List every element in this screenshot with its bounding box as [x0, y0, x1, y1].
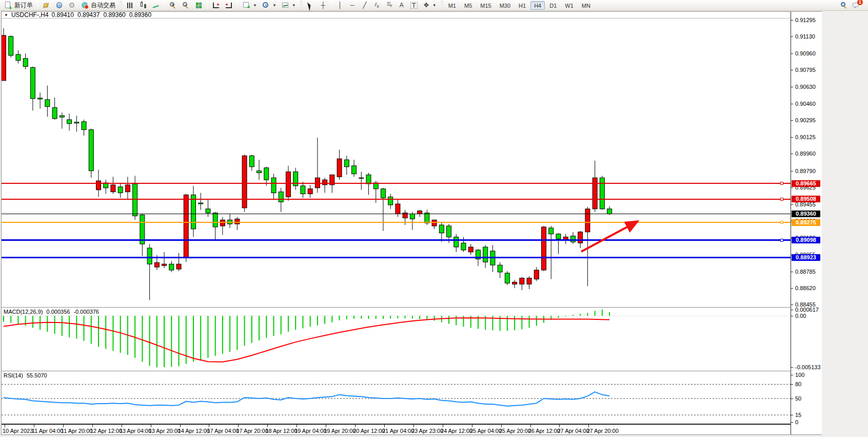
deposit-button[interactable] [40, 1, 53, 10]
price-tick [791, 120, 793, 121]
chevron-down-icon: ▼ [272, 3, 277, 8]
auto-scroll-button[interactable] [210, 1, 223, 10]
price-level-chip: 0.89098 [792, 237, 820, 243]
signals-button[interactable] [66, 1, 78, 10]
accounts-button[interactable] [53, 1, 66, 10]
new-order-button[interactable]: + 新订单 [2, 1, 35, 10]
rsi-layer [2, 372, 791, 423]
price-tick [791, 204, 793, 205]
tf-button-W1[interactable]: W1 [561, 1, 577, 10]
price-tick [791, 272, 793, 272]
vline-tool-button[interactable]: │ [334, 1, 346, 10]
time-tick [355, 425, 356, 427]
price-tick-label: 0.89790 [795, 168, 816, 174]
chart-ohlc-readout: 0.89410 0.89437 0.89360 0.89360 [52, 11, 152, 18]
chevron-down-icon: ▼ [253, 3, 257, 8]
price-tick-label: 0.88785 [795, 269, 816, 275]
tf-button-M1[interactable]: M1 [445, 1, 460, 10]
time-tick-label: 25 Apr 04:00 [470, 428, 502, 434]
toolbar-grip [300, 1, 303, 9]
profile-icon [55, 2, 63, 9]
time-tick-label: 11 Apr 20:00 [61, 428, 93, 434]
time-tick-label: 14 Apr 12:00 [178, 428, 210, 434]
zoom-in-button[interactable]: + [167, 1, 180, 10]
crosshair-tool-button[interactable]: ┼ [317, 1, 329, 10]
price-tick [791, 20, 793, 21]
price-level-chip: 0.88923 [792, 254, 820, 261]
price-tick-label: 0.90960 [795, 50, 816, 56]
tf-button-MN[interactable]: MN [578, 1, 594, 10]
time-tick-label: 27 Apr 04:00 [557, 428, 589, 434]
indicators-button[interactable]: ▼ [279, 1, 299, 10]
time-tick-label: 12 Apr 12:00 [90, 428, 122, 434]
macd-layer [2, 308, 791, 371]
new-order-label: 新订单 [14, 1, 33, 10]
price-tick-label: 0.90460 [795, 101, 816, 107]
time-tick [267, 425, 268, 427]
hline-tool-button[interactable]: ─ [346, 1, 359, 10]
price-tick [791, 305, 793, 305]
macd-panel-canvas[interactable]: MACD(12,26,9) 0.000356 -0.000376 [2, 308, 791, 371]
time-tick [5, 425, 5, 427]
chart-shift-button[interactable] [223, 1, 235, 10]
tile-windows-button[interactable] [192, 1, 205, 10]
new-order-icon: + [5, 2, 12, 9]
new-chart-button[interactable]: ▼ [240, 1, 260, 10]
window-right-area [822, 11, 868, 437]
tf-button-M5[interactable]: M5 [461, 1, 476, 10]
chat-icon[interactable]: 1 [852, 2, 860, 9]
price-chart-canvas[interactable] [2, 18, 791, 307]
window-bottom-edge [0, 435, 868, 437]
clock-icon [262, 2, 270, 9]
chart-shift-icon [225, 2, 233, 9]
toolbar-separator [207, 1, 208, 9]
zoom-out-button[interactable]: − [180, 1, 192, 10]
label-tool-button[interactable]: T [408, 1, 420, 10]
tf-button-D1[interactable]: D1 [546, 1, 560, 10]
channel-icon: ⫽E [373, 1, 381, 10]
candle-chart-button[interactable] [136, 1, 149, 10]
new-chart-icon [243, 2, 250, 9]
price-tick-label: 0.91295 [795, 17, 816, 23]
time-tick-label: 27 Apr 20:00 [586, 428, 618, 434]
line-chart-button[interactable] [149, 1, 162, 10]
search-icon[interactable] [840, 2, 848, 9]
toolbar-grip [120, 1, 122, 9]
channel-tool-button[interactable]: ⫽E [371, 1, 383, 10]
price-tick [791, 87, 793, 87]
bar-chart-icon [126, 2, 134, 9]
fibonacci-tool-button[interactable]: ☰F [383, 1, 396, 10]
toolbar-separator [37, 1, 38, 9]
tf-button-M15[interactable]: M15 [477, 1, 495, 10]
arrow-annotation-layer [2, 18, 791, 307]
trend-arrow[interactable] [581, 221, 638, 252]
price-level-chip: 0.89508 [792, 196, 820, 202]
time-tick-label: 25 Apr 20:00 [499, 428, 531, 434]
periods-button[interactable]: ▼ [260, 1, 279, 10]
cursor-tool-button[interactable] [304, 1, 317, 10]
price-tick [791, 104, 793, 104]
rsi-panel-canvas[interactable]: RSI(14) 55.5070 [2, 372, 791, 423]
timeframe-bar: M1M5M15M30H1H4D1W1MN [445, 1, 594, 10]
price-tick [791, 137, 793, 138]
price-tick-label: 0.90295 [795, 117, 816, 123]
time-tick [501, 425, 502, 427]
text-label-icon: T [410, 2, 418, 9]
chart-expand-button[interactable]: ▼ [4, 13, 8, 17]
time-tick [530, 425, 531, 427]
time-tick [443, 425, 443, 427]
tf-button-H1[interactable]: H1 [515, 1, 529, 10]
main-toolbar: + 新订单 自动交易 + − ▼ ▼ ▼ ┼ │ ─ ╱ ⫽E ☰F A T ✥… [0, 0, 868, 11]
trendline-tool-button[interactable]: ╱ [359, 1, 371, 10]
tf-button-H4[interactable]: H4 [530, 1, 545, 10]
shapes-tool-button[interactable]: ✥▼ [420, 1, 439, 10]
ohlc-low: 0.89360 [103, 11, 125, 18]
time-tick [122, 425, 122, 427]
bar-chart-button[interactable] [124, 1, 136, 10]
time-tick [326, 425, 326, 427]
price-axis: 0.912950.911300.909600.907950.906300.904… [791, 12, 822, 434]
auto-trading-button[interactable]: 自动交易 [78, 1, 118, 10]
line-chart-icon [152, 2, 160, 9]
text-tool-button[interactable]: A [396, 1, 408, 10]
tf-button-M30[interactable]: M30 [496, 1, 514, 10]
